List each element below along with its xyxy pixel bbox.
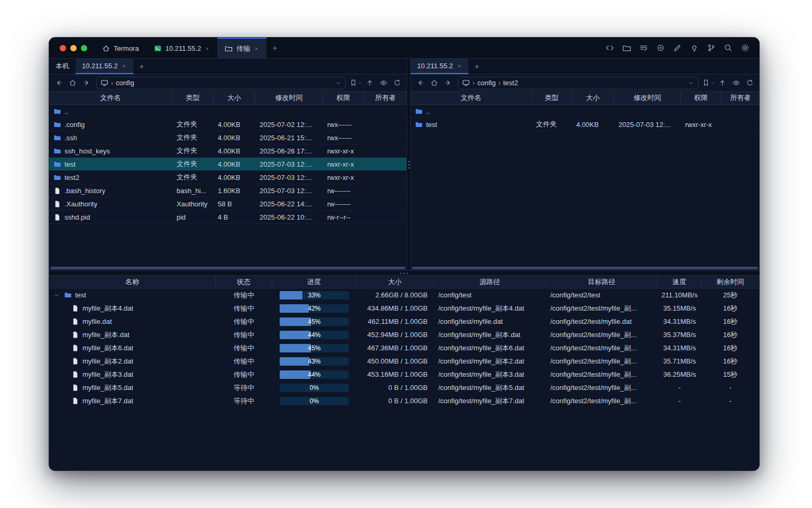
transfer-row[interactable]: myfile_副本7.dat等待中0%0 B / 1.00GB/config/t… (49, 394, 759, 407)
record-button[interactable] (656, 43, 665, 52)
breadcrumb[interactable]: ›config (96, 77, 346, 89)
left-pane-new-tab-button[interactable] (133, 59, 150, 74)
breadcrumb[interactable]: ›config›test2 (458, 77, 698, 89)
up-button[interactable] (716, 77, 728, 89)
file-type: 文件夹 (172, 144, 214, 157)
file-owner (364, 105, 407, 117)
refresh-button[interactable] (743, 77, 756, 89)
search-button[interactable] (724, 43, 733, 52)
horizontal-scrollbar[interactable] (49, 265, 407, 270)
transfer-row[interactable]: myfile.dat传输中45%462.11MB / 1.00GB/config… (49, 315, 759, 328)
left-pane-tab[interactable]: 10.211.55.2 (76, 59, 133, 74)
panel-splitter[interactable] (407, 59, 411, 270)
column-header[interactable]: 状态 (216, 276, 272, 288)
column-header[interactable]: 名称 (49, 276, 216, 288)
column-header[interactable]: 权限 (681, 92, 722, 104)
home-button[interactable] (66, 77, 79, 89)
file-row[interactable]: test2文件夹4.00KB2025-07-03 12:...rwxr-xr-x (49, 171, 407, 184)
column-header[interactable]: 类型 (532, 92, 572, 104)
forward-button[interactable] (441, 77, 454, 89)
file-row[interactable]: .ssh文件夹4.00KB2025-06-21 15:...rwx------ (49, 131, 407, 144)
file-row[interactable]: .XauthorityXauthority58 B2025-06-22 14:.… (49, 197, 407, 211)
column-header[interactable]: 修改时间 (614, 92, 681, 104)
column-header[interactable]: 所有者 (364, 92, 407, 104)
branch-button[interactable] (707, 43, 716, 52)
close-tab-icon[interactable] (254, 46, 259, 51)
left-pane-tab[interactable]: 本机 (49, 59, 76, 74)
transfer-row[interactable]: myfile_副本.dat传输中44%452.94MB / 1.00GB/con… (49, 328, 759, 341)
transfer-eta: 16秒 (702, 302, 759, 315)
column-header[interactable]: 源路径 (434, 276, 546, 288)
transfer-target: /config/test2/test/myfile_副... (546, 341, 658, 355)
column-header[interactable]: 大小 (214, 92, 255, 104)
scrollbar-thumb[interactable] (412, 267, 758, 269)
show-hidden-button[interactable] (377, 77, 390, 89)
transfer-splitter[interactable] (49, 270, 759, 276)
column-header[interactable]: 文件名 (411, 92, 532, 104)
new-window-tab-button[interactable] (266, 38, 283, 58)
lamp-button[interactable] (690, 43, 699, 52)
file-row[interactable]: sshd.pidpid4 B2025-06-22 10:...rw-r--r-- (49, 211, 407, 224)
file-table: 文件名类型大小修改时间权限所有者...config文件夹4.00KB2025-0… (49, 92, 407, 265)
column-header[interactable]: 大小 (572, 92, 614, 104)
collapse-icon[interactable] (53, 292, 60, 298)
close-tab-icon[interactable] (205, 46, 210, 51)
right-pane-new-tab-button[interactable] (468, 59, 485, 74)
file-row[interactable]: test文件夹4.00KB2025-07-03 12:...rwxr-xr-x (411, 118, 759, 131)
bookmark-button[interactable] (349, 77, 362, 89)
close-window-button[interactable] (60, 45, 66, 51)
window-tab-transfer[interactable]: 传输 (217, 38, 266, 58)
window-tab-host[interactable]: 10.211.55.2 (146, 38, 218, 58)
branch-icon (707, 43, 716, 52)
transfer-row[interactable]: myfile_副本6.dat传输中45%467.36MB / 1.00GB/co… (49, 341, 759, 355)
file-row[interactable]: test文件夹4.00KB2025-07-03 12:...rwxr-xr-x (49, 158, 407, 171)
column-header[interactable]: 速度 (658, 276, 702, 288)
file-row[interactable]: ssh_host_keys文件夹4.00KB2025-06-26 17:...r… (49, 144, 407, 158)
column-header[interactable]: 目标路径 (546, 276, 658, 288)
right-pane-tab[interactable]: 10.211.55.2 (411, 59, 468, 74)
column-header[interactable]: 剩余时间 (702, 276, 759, 288)
window-tab-termora[interactable]: Termora (95, 38, 146, 58)
list-button[interactable] (639, 43, 648, 52)
breadcrumb-item[interactable]: config (116, 79, 134, 87)
file-row[interactable]: .config文件夹4.00KB2025-07-02 12:...rwx----… (49, 118, 407, 131)
transfer-row[interactable]: myfile_副本3.dat传输中44%453.16MB / 1.00GB/co… (49, 368, 759, 381)
column-header[interactable]: 权限 (323, 92, 364, 104)
back-button[interactable] (52, 77, 65, 89)
transfer-eta: 15秒 (702, 368, 759, 381)
chevron-down-icon[interactable] (335, 80, 342, 86)
column-header[interactable]: 所有者 (722, 92, 759, 104)
file-row[interactable]: .. (411, 105, 759, 118)
back-button[interactable] (414, 77, 427, 89)
gear-button[interactable] (741, 43, 750, 52)
horizontal-scrollbar[interactable] (411, 265, 759, 270)
column-header[interactable]: 文件名 (49, 92, 172, 104)
transfer-row[interactable]: myfile_副本4.dat传输中42%434.86MB / 1.00GB/co… (49, 302, 759, 315)
zoom-window-button[interactable] (81, 45, 87, 51)
column-header[interactable]: 类型 (172, 92, 214, 104)
transfer-row[interactable]: myfile_副本5.dat等待中0%0 B / 1.00GB/config/t… (49, 381, 759, 394)
file-row[interactable]: .bash_historybash_hi...1.60KB2025-07-03 … (49, 184, 407, 197)
transfer-row[interactable]: test传输中33%2.66GB / 8.00GB/config/test/co… (49, 288, 759, 302)
up-button[interactable] (363, 77, 376, 89)
close-tab-icon[interactable] (457, 64, 462, 69)
transfer-row[interactable]: myfile_副本2.dat传输中43%450.00MB / 1.00GB/co… (49, 355, 759, 368)
minimize-window-button[interactable] (70, 45, 77, 51)
scrollbar-thumb[interactable] (50, 267, 405, 269)
folder-o-button[interactable] (622, 43, 631, 52)
refresh-button[interactable] (391, 77, 403, 89)
column-header[interactable]: 进度 (272, 276, 356, 288)
code-button[interactable] (605, 43, 614, 52)
chevron-down-icon[interactable] (688, 80, 694, 86)
forward-button[interactable] (80, 77, 93, 89)
breadcrumb-item[interactable]: test2 (503, 79, 518, 87)
file-row[interactable]: .. (49, 105, 407, 118)
close-tab-icon[interactable] (122, 64, 127, 69)
show-hidden-button[interactable] (730, 77, 742, 89)
bookmark-button[interactable] (702, 77, 715, 89)
pencil-button[interactable] (673, 43, 682, 52)
breadcrumb-item[interactable]: config (477, 79, 496, 87)
column-header[interactable]: 修改时间 (255, 92, 323, 104)
column-header[interactable]: 大小 (356, 276, 434, 288)
home-button[interactable] (428, 77, 440, 89)
